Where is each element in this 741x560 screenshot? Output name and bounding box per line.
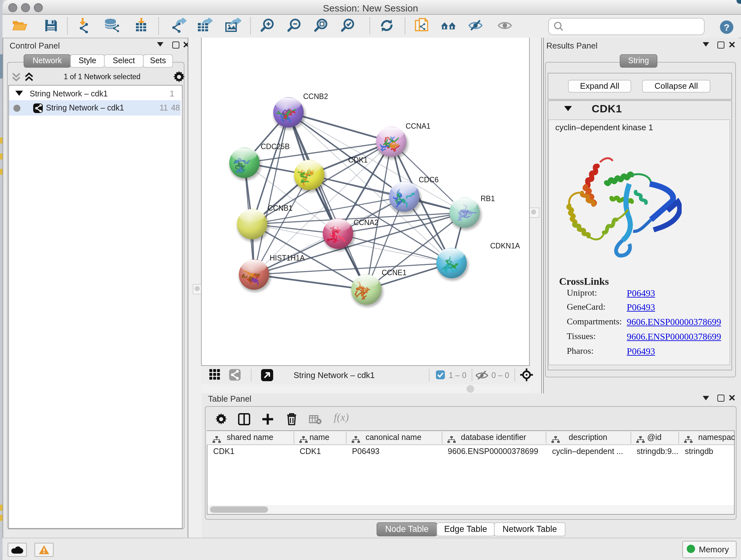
svg-text:RB1: RB1 (481, 194, 495, 203)
svg-text:HIST1H1A: HIST1H1A (270, 254, 305, 262)
svg-text:CCNA1: CCNA1 (406, 122, 430, 130)
svg-text:CDC25B: CDC25B (261, 142, 290, 151)
svg-text:CDKN1A: CDKN1A (490, 242, 520, 250)
svg-text:CDK1: CDK1 (348, 156, 367, 164)
svg-text:CCNA2: CCNA2 (354, 219, 379, 227)
svg-text:CCNB2: CCNB2 (303, 92, 328, 101)
svg-text:CCNB1: CCNB1 (268, 204, 293, 212)
svg-text:CDC6: CDC6 (419, 176, 439, 184)
svg-text:CCNE1: CCNE1 (382, 268, 407, 277)
